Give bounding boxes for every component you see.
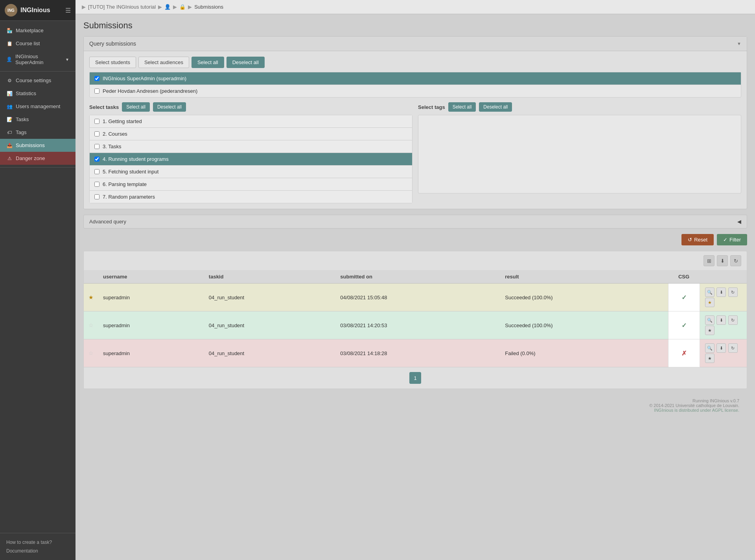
table-row: ★ superadmin 04_run_student 04/08/2021 1… <box>84 284 747 311</box>
sidebar-item-course-list[interactable]: 📋 Course list <box>0 37 76 50</box>
row-taskid: 04_run_student <box>204 311 335 339</box>
sidebar-item-marketplace[interactable]: 🏪 Marketplace <box>0 24 76 37</box>
task-item-6[interactable]: 6. Parsing template <box>90 178 412 191</box>
row-username: superadmin <box>98 284 204 311</box>
star-btn[interactable]: ★ <box>705 326 714 335</box>
replay-btn[interactable]: ↻ <box>728 315 738 325</box>
tags-list <box>418 115 741 193</box>
app-title: INGInious <box>20 7 50 14</box>
sidebar-item-course-settings[interactable]: ⚙ Course settings <box>0 74 76 87</box>
sidebar-item-users-management[interactable]: 👥 Users management <box>0 100 76 113</box>
advanced-query-label: Advanced query <box>89 219 126 225</box>
sidebar-item-tasks[interactable]: 📝 Tasks <box>0 113 76 126</box>
refresh-btn[interactable]: ↻ <box>730 255 741 266</box>
students-list: INGInious SuperAdmin (superadmin) Peder … <box>89 72 741 98</box>
sidebar-item-label: Course list <box>16 41 40 46</box>
submissions-table: username taskid submitted on result CSG … <box>84 270 747 367</box>
panel-body: Select students Select audiences Select … <box>84 51 747 209</box>
replay-btn[interactable]: ↻ <box>728 343 738 353</box>
sidebar-item-tags[interactable]: 🏷 Tags <box>0 126 76 139</box>
download-btn[interactable]: ⬇ <box>717 255 728 266</box>
sidebar-item-label: Users management <box>16 103 60 109</box>
task-checkbox-3[interactable] <box>94 144 99 149</box>
breadcrumb-sep2: ▶ <box>173 4 177 10</box>
student-item-superadmin[interactable]: INGInious SuperAdmin (superadmin) <box>90 72 741 85</box>
advanced-query-panel[interactable]: Advanced query ◀ <box>83 215 747 228</box>
task-checkbox-7[interactable] <box>94 194 99 199</box>
task-item-1[interactable]: 1. Getting started <box>90 115 412 128</box>
tags-select-all-btn[interactable]: Select all <box>448 102 476 112</box>
star-btn[interactable]: ★ <box>705 298 714 307</box>
download-btn[interactable]: ⬇ <box>716 315 726 325</box>
app-logo: ING <box>5 4 17 17</box>
view-btn[interactable]: 🔍 <box>705 287 714 297</box>
tasks-select-all-btn[interactable]: Select all <box>122 102 150 112</box>
row-star-cell: ☆ <box>84 339 98 367</box>
users-icon: 👥 <box>6 104 13 109</box>
replay-btn[interactable]: ↻ <box>728 287 738 297</box>
task-checkbox-5[interactable] <box>94 169 99 174</box>
tab-select-all[interactable]: Select all <box>192 57 224 68</box>
grid-view-btn[interactable]: ⊞ <box>703 255 714 266</box>
row-taskid: 04_run_student <box>204 339 335 367</box>
view-btn[interactable]: 🔍 <box>705 315 714 325</box>
student-checkbox-peder[interactable] <box>94 88 99 94</box>
download-btn[interactable]: ⬇ <box>716 343 726 353</box>
task-label: 2. Courses <box>103 131 127 137</box>
task-label: 1. Getting started <box>103 118 142 124</box>
star-filled-icon[interactable]: ★ <box>88 294 94 300</box>
results-toolbar: ⊞ ⬇ ↻ <box>84 251 747 270</box>
sidebar-item-danger-zone[interactable]: ⚠ Danger zone <box>0 152 76 165</box>
tab-select-students[interactable]: Select students <box>89 57 136 68</box>
row-result: Succeeded (100.0%) <box>500 311 668 339</box>
task-checkbox-2[interactable] <box>94 131 99 136</box>
documentation-link[interactable]: Documentation <box>6 547 69 555</box>
student-checkbox-superadmin[interactable] <box>94 76 99 81</box>
sidebar-item-statistics[interactable]: 📊 Statistics <box>0 87 76 100</box>
breadcrumb-lock-icon[interactable]: 🔒 <box>179 4 186 10</box>
task-item-4[interactable]: 4. Running student programs <box>90 153 412 166</box>
sidebar-item-admin[interactable]: 👤 INGInious SuperAdmin ▼ <box>0 50 76 69</box>
star-empty-icon[interactable]: ☆ <box>88 322 94 328</box>
view-btn[interactable]: 🔍 <box>705 343 714 353</box>
star-empty-icon[interactable]: ☆ <box>88 350 94 356</box>
tasks-deselect-all-btn[interactable]: Deselect all <box>153 102 186 112</box>
panel-collapse-icon[interactable]: ▼ <box>737 41 741 46</box>
tags-box: Select tags Select all Deselect all <box>418 102 741 203</box>
advanced-query-collapse-icon: ◀ <box>737 219 741 225</box>
hamburger-icon[interactable]: ☰ <box>65 7 71 14</box>
task-item-7[interactable]: 7. Random parameters <box>90 191 412 203</box>
star-btn[interactable]: ★ <box>705 354 714 363</box>
row-star-cell: ★ <box>84 284 98 311</box>
tasks-icon: 📝 <box>6 117 13 122</box>
settings-icon: ⚙ <box>6 78 13 83</box>
task-checkbox-1[interactable] <box>94 119 99 124</box>
task-item-2[interactable]: 2. Courses <box>90 128 412 140</box>
footer-license: INGInious is distributed under AGPL lice… <box>91 408 739 413</box>
breadcrumb-user-icon[interactable]: 👤 <box>164 4 171 10</box>
how-to-link[interactable]: How to create a task? <box>6 538 69 547</box>
sidebar-header: ING INGInious ☰ <box>0 0 76 21</box>
breadcrumb-course[interactable]: [TUTO] The INGInious tutorial <box>88 4 156 10</box>
student-item-peder[interactable]: Peder Hovdan Andresen (pederandresen) <box>90 85 741 97</box>
task-label: 3. Tasks <box>103 144 121 149</box>
task-checkbox-4[interactable] <box>94 157 99 162</box>
filter-button[interactable]: ✓ Filter <box>717 234 747 245</box>
breadcrumb-current: Submissions <box>194 4 223 10</box>
task-checkbox-6[interactable] <box>94 182 99 187</box>
tab-deselect-all[interactable]: Deselect all <box>226 57 265 68</box>
table-row: ☆ superadmin 04_run_student 03/08/2021 1… <box>84 311 747 339</box>
col-actions <box>700 270 747 284</box>
reset-button[interactable]: ↺ Reset <box>681 234 714 245</box>
sidebar-item-submissions[interactable]: 📤 Submissions <box>0 139 76 152</box>
page-content: Submissions Query submissions ▼ Select s… <box>76 14 755 560</box>
tags-deselect-all-btn[interactable]: Deselect all <box>479 102 512 112</box>
task-item-3[interactable]: 3. Tasks <box>90 140 412 153</box>
panel-header: Query submissions ▼ <box>84 37 747 51</box>
filter-buttons-row: ↺ Reset ✓ Filter <box>83 234 747 245</box>
breadcrumb-sep3: ▶ <box>188 4 192 10</box>
tab-select-audiences[interactable]: Select audiences <box>138 57 189 68</box>
task-item-5[interactable]: 5. Fetching student input <box>90 166 412 178</box>
page-btn-1[interactable]: 1 <box>409 372 421 384</box>
download-btn[interactable]: ⬇ <box>716 287 726 297</box>
